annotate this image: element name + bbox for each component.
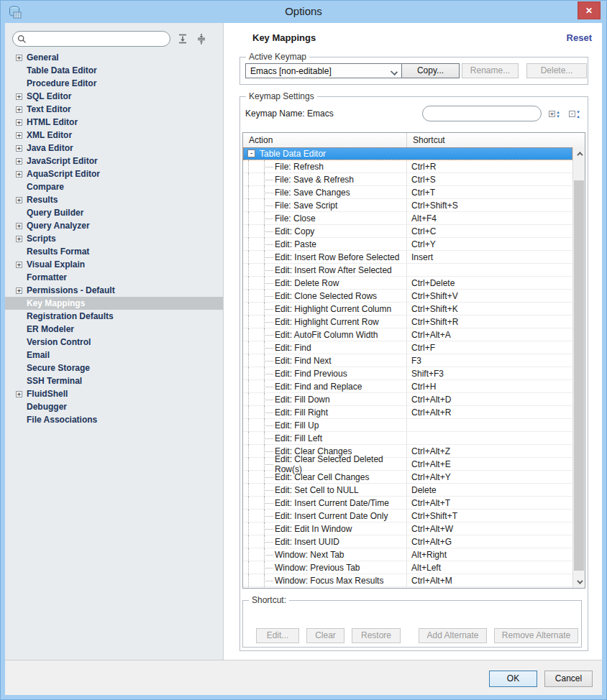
- table-row-edit-insert-row-before-selected[interactable]: Edit: Insert Row Before SelectedInsert: [243, 251, 572, 264]
- ok-button[interactable]: OK: [489, 671, 537, 687]
- table-row-edit-insert-row-after-selected[interactable]: Edit: Insert Row After Selected: [243, 264, 572, 277]
- sidebar-item-results[interactable]: +Results: [5, 193, 223, 206]
- table-row-edit-fill-down[interactable]: Edit: Fill DownCtrl+Alt+D: [243, 393, 572, 406]
- expand-all-icon[interactable]: [176, 32, 189, 45]
- sidebar-item-registration-defaults[interactable]: +Registration Defaults: [5, 310, 223, 323]
- sidebar-item-secure-storage[interactable]: +Secure Storage: [5, 361, 223, 374]
- plus-expander-icon[interactable]: +: [16, 197, 22, 203]
- table-row-edit-clear-cell-changes[interactable]: Edit: Clear Cell ChangesCtrl+Alt+Y: [243, 471, 572, 484]
- rename-button[interactable]: Rename...: [462, 63, 519, 78]
- table-row-edit-autofit-column-width[interactable]: Edit: AutoFit Column WidthCtrl+Alt+A: [243, 328, 572, 341]
- column-header-shortcut[interactable]: Shortcut: [406, 133, 585, 147]
- table-row-edit-clone-selected-rows[interactable]: Edit: Clone Selected RowsCtrl+Shift+V: [243, 290, 572, 303]
- sidebar-item-file-associations[interactable]: +File Associations: [5, 413, 223, 426]
- table-row-edit-find-next[interactable]: Edit: Find NextF3: [243, 354, 572, 367]
- expand-nodes-icon[interactable]: + ▲▼: [549, 108, 563, 120]
- sidebar-item-javascript-editor[interactable]: +JavaScript Editor: [5, 155, 223, 167]
- minus-expander-icon[interactable]: -: [247, 149, 255, 157]
- sidebar-search[interactable]: [12, 31, 170, 47]
- sidebar-item-results-format[interactable]: +Results Format: [5, 245, 223, 258]
- table-row-edit-find-previous[interactable]: Edit: Find PreviousShift+F3: [243, 367, 572, 380]
- sidebar-item-key-mappings[interactable]: +Key Mappings: [5, 297, 223, 310]
- plus-expander-icon[interactable]: +: [16, 55, 22, 61]
- sidebar-item-html-editor[interactable]: +HTML Editor: [5, 116, 223, 129]
- column-header-action[interactable]: Action: [243, 133, 406, 147]
- close-button[interactable]: ✕: [578, 1, 601, 19]
- sidebar-item-xml-editor[interactable]: +XML Editor: [5, 129, 223, 142]
- sidebar-item-debugger[interactable]: +Debugger: [5, 400, 223, 413]
- table-row-edit-find[interactable]: Edit: FindCtrl+F: [243, 341, 572, 354]
- sidebar-item-general[interactable]: +General: [5, 51, 223, 64]
- table-row-edit-insert-uuid[interactable]: Edit: Insert UUIDCtrl+Alt+G: [243, 535, 572, 548]
- sidebar-item-version-control[interactable]: +Version Control: [5, 336, 223, 349]
- sidebar-item-compare[interactable]: +Compare: [5, 180, 223, 193]
- table-row-edit-highlight-current-row[interactable]: Edit: Highlight Current RowCtrl+Shift+R: [243, 316, 572, 328]
- table-row-group[interactable]: -Table Data Editor: [243, 147, 572, 160]
- table-row-file-save-changes[interactable]: File: Save ChangesCtrl+T: [243, 186, 572, 199]
- vertical-scrollbar[interactable]: [572, 147, 585, 588]
- restore-shortcut-button[interactable]: Restore: [352, 628, 401, 643]
- scroll-up-button[interactable]: [573, 147, 585, 160]
- sidebar-item-java-editor[interactable]: +Java Editor: [5, 142, 223, 155]
- table-row-edit-clear-selected-deleted-row-s[interactable]: Edit: Clear Selected Deleted Row(s)Ctrl+…: [243, 458, 572, 471]
- remove-alternate-button[interactable]: Remove Alternate: [494, 628, 578, 643]
- plus-expander-icon[interactable]: +: [16, 171, 22, 178]
- sidebar-item-text-editor[interactable]: +Text Editor: [5, 103, 223, 116]
- sidebar-item-scripts[interactable]: +Scripts: [5, 232, 223, 245]
- sidebar-item-query-builder[interactable]: +Query Builder: [5, 206, 223, 219]
- plus-expander-icon[interactable]: +: [16, 158, 22, 165]
- sidebar-search-input[interactable]: [29, 33, 170, 45]
- table-row-edit-delete-row[interactable]: Edit: Delete RowCtrl+Delete: [243, 277, 572, 290]
- table-row-file-save-script[interactable]: File: Save ScriptCtrl+Shift+S: [243, 199, 572, 212]
- table-row-edit-insert-current-date-only[interactable]: Edit: Insert Current Date OnlyCtrl+Shift…: [243, 510, 572, 522]
- sidebar-item-aquascript-editor[interactable]: +AquaScript Editor: [5, 167, 223, 180]
- table-row-edit-copy[interactable]: Edit: CopyCtrl+C: [243, 225, 572, 238]
- sidebar-item-sql-editor[interactable]: +SQL Editor: [5, 90, 223, 103]
- table-row-window-previous-tab[interactable]: Window: Previous TabAlt+Left: [243, 561, 572, 574]
- plus-expander-icon[interactable]: +: [16, 262, 22, 268]
- edit-shortcut-button[interactable]: Edit...: [256, 628, 299, 643]
- table-row-edit-set-cell-to-null[interactable]: Edit: Set Cell to NULLDelete: [243, 484, 572, 497]
- plus-expander-icon[interactable]: +: [16, 119, 22, 126]
- table-row-edit-fill-up[interactable]: Edit: Fill Up: [243, 419, 572, 432]
- plus-expander-icon[interactable]: +: [16, 132, 22, 139]
- clear-shortcut-button[interactable]: Clear: [306, 628, 344, 643]
- table-row-file-close[interactable]: File: CloseAlt+F4: [243, 212, 572, 225]
- table-row-edit-paste[interactable]: Edit: PasteCtrl+Y: [243, 238, 572, 251]
- scroll-down-button[interactable]: [573, 576, 585, 588]
- scrollbar-thumb[interactable]: [574, 180, 584, 571]
- add-alternate-button[interactable]: Add Alternate: [419, 628, 487, 643]
- plus-expander-icon[interactable]: +: [16, 391, 22, 397]
- plus-expander-icon[interactable]: +: [16, 223, 22, 229]
- sidebar-item-permissions-default[interactable]: +Permissions - Default: [5, 284, 223, 297]
- copy-button[interactable]: Copy...: [401, 63, 460, 78]
- delete-button[interactable]: Delete...: [526, 63, 587, 78]
- table-row-file-save-refresh[interactable]: File: Save & RefreshCtrl+S: [243, 173, 572, 186]
- sidebar-item-table-data-editor[interactable]: +Table Data Editor: [5, 64, 223, 77]
- table-row-edit-find-and-replace[interactable]: Edit: Find and ReplaceCtrl+H: [243, 380, 572, 393]
- plus-expander-icon[interactable]: +: [16, 236, 22, 242]
- plus-expander-icon[interactable]: +: [16, 287, 22, 294]
- sidebar-item-procedure-editor[interactable]: +Procedure Editor: [5, 77, 223, 90]
- plus-expander-icon[interactable]: +: [16, 93, 22, 100]
- table-row-window-focus-max-results[interactable]: Window: Focus Max ResultsCtrl+Alt+M: [243, 574, 572, 587]
- sidebar-item-email[interactable]: +Email: [5, 349, 223, 361]
- table-row-file-refresh[interactable]: File: RefreshCtrl+R: [243, 160, 572, 173]
- sidebar-item-fluidshell[interactable]: +FluidShell: [5, 387, 223, 400]
- table-row-edit-edit-in-window[interactable]: Edit: Edit In WindowCtrl+Alt+W: [243, 522, 572, 535]
- active-keymap-select[interactable]: Emacs [non-editable]: [245, 63, 402, 78]
- table-row-window-next-tab[interactable]: Window: Next TabAlt+Right: [243, 548, 572, 561]
- plus-expander-icon[interactable]: +: [16, 145, 22, 152]
- keymap-search[interactable]: [422, 106, 542, 121]
- cancel-button[interactable]: Cancel: [544, 671, 593, 687]
- sidebar-item-formatter[interactable]: +Formatter: [5, 271, 223, 284]
- table-row-edit-fill-left[interactable]: Edit: Fill Left: [243, 432, 572, 445]
- plus-expander-icon[interactable]: +: [16, 106, 22, 113]
- collapse-all-icon[interactable]: [195, 32, 208, 45]
- table-row-edit-fill-right[interactable]: Edit: Fill RightCtrl+Alt+R: [243, 406, 572, 419]
- keymap-search-input[interactable]: [430, 108, 544, 119]
- sidebar-item-ssh-terminal[interactable]: +SSH Terminal: [5, 374, 223, 387]
- table-row-edit-insert-current-date-time[interactable]: Edit: Insert Current Date/TimeCtrl+Alt+T: [243, 497, 572, 510]
- table-row-edit-highlight-current-column[interactable]: Edit: Highlight Current ColumnCtrl+Shift…: [243, 303, 572, 316]
- sidebar-item-query-analyzer[interactable]: +Query Analyzer: [5, 219, 223, 232]
